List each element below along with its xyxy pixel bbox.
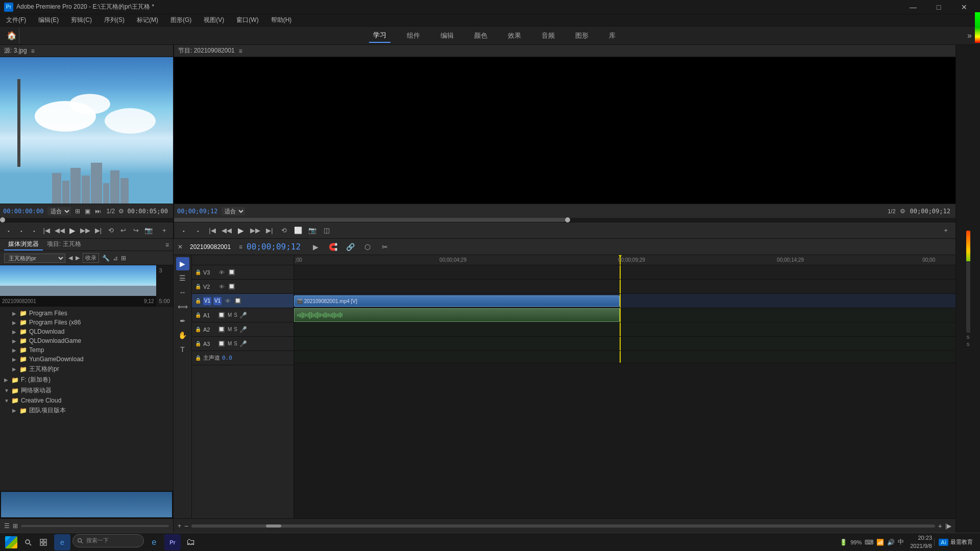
- workspace-tab-5[interactable]: 音频: [537, 29, 559, 42]
- workspace-more-button[interactable]: »: [963, 29, 976, 42]
- timeline-timecode[interactable]: 00;00;09;12: [247, 242, 301, 252]
- nav-back-btn[interactable]: ◀: [68, 255, 72, 261]
- source-step-back-btn[interactable]: ◀◀: [55, 225, 65, 236]
- menu-item-G[interactable]: 图形(G): [168, 15, 193, 26]
- track-lock-a1[interactable]: 🔒: [195, 312, 201, 318]
- tree-item-8[interactable]: ▼📁网络驱动器: [0, 385, 173, 396]
- workspace-tab-4[interactable]: 效果: [504, 29, 525, 42]
- workspace-tab-7[interactable]: 库: [605, 29, 620, 42]
- timeline-zoom-bar[interactable]: [191, 524, 935, 528]
- media-menu-icon[interactable]: ≡: [165, 241, 169, 248]
- source-fit-select[interactable]: 适合: [47, 207, 71, 215]
- track-row-a1[interactable]: [294, 308, 955, 322]
- maximize-button[interactable]: □: [927, 0, 950, 14]
- menu-item-V[interactable]: 视图(V): [202, 15, 226, 26]
- menu-item-H[interactable]: 帮助(H): [269, 15, 294, 26]
- close-button[interactable]: ✕: [952, 0, 976, 14]
- prog-prev-edit-btn[interactable]: |◀: [207, 225, 218, 236]
- track-row-master[interactable]: [294, 351, 955, 363]
- program-monitor-menu-icon[interactable]: ≡: [239, 47, 242, 55]
- source-step-fwd-btn[interactable]: ▶▶: [80, 225, 90, 236]
- timeline-tool-selection[interactable]: ▶: [309, 240, 322, 254]
- list-view-btn[interactable]: ☰: [4, 522, 10, 530]
- timeline-zoom-thumb[interactable]: [266, 524, 281, 528]
- taskbar-ie-icon[interactable]: e: [54, 534, 70, 550]
- tree-item-5[interactable]: ▶📁YunGameDownload: [0, 355, 173, 364]
- source-monitor-menu-icon[interactable]: ≡: [31, 47, 35, 55]
- clip-v1[interactable]: 🎬 202109082001.mp4 [V]: [294, 295, 620, 307]
- timeline-zoom-out-btn[interactable]: −: [184, 522, 188, 530]
- prog-compare-btn[interactable]: ◫: [321, 225, 332, 236]
- track-row-v2[interactable]: [294, 280, 955, 294]
- menu-item-S[interactable]: 序列(S): [102, 15, 127, 26]
- zoom-slider[interactable]: [21, 525, 169, 527]
- clip-a1[interactable]: [294, 308, 620, 322]
- track-target-v1[interactable]: V1: [213, 297, 222, 305]
- track-eye-a2[interactable]: 🔲: [217, 325, 226, 334]
- track-mic-a2[interactable]: 🎤: [239, 326, 247, 333]
- source-overwrite-btn[interactable]: ↪: [131, 225, 141, 236]
- prog-step-back-btn[interactable]: ◀◀: [221, 225, 232, 236]
- track-m-a3[interactable]: M: [228, 341, 232, 346]
- source-next-edit-btn[interactable]: ▶|: [93, 225, 103, 236]
- source-timecode[interactable]: 00:00:00:00: [3, 208, 43, 215]
- record-btn[interactable]: 收录: [83, 253, 99, 263]
- program-timecode[interactable]: 00;00;09;12: [177, 208, 217, 215]
- tray-lang[interactable]: 中: [898, 538, 904, 546]
- timeline-tool-markers[interactable]: ⬡: [361, 240, 374, 254]
- track-s-a3[interactable]: S: [234, 341, 237, 346]
- track-lock-a3[interactable]: 🔒: [195, 341, 201, 346]
- workspace-tab-0[interactable]: 学习: [369, 29, 390, 43]
- tree-item-4[interactable]: ▶📁Temp: [0, 345, 173, 355]
- source-mark-in-btn[interactable]: ⬩: [4, 225, 14, 236]
- task-view-button[interactable]: [37, 536, 50, 549]
- track-lock-v2[interactable]: 🔒: [195, 284, 201, 289]
- menu-item-E[interactable]: 编辑(E): [36, 15, 61, 26]
- source-settings-btn[interactable]: ⚙: [117, 206, 125, 216]
- track-mic-a3[interactable]: 🎤: [239, 340, 247, 347]
- workspace-tab-1[interactable]: 组件: [403, 29, 424, 42]
- source-ctrl-btn3[interactable]: ⏭: [94, 206, 102, 216]
- tree-item-3[interactable]: ▶📁QLDownloadGame: [0, 336, 173, 345]
- workspace-tab-2[interactable]: 编辑: [436, 29, 458, 42]
- timeline-close-btn[interactable]: ✕: [178, 243, 183, 251]
- track-lock-v3[interactable]: 🔒: [195, 269, 201, 275]
- nav-fwd-btn[interactable]: ▶: [76, 255, 80, 261]
- track-active-v1[interactable]: V1: [203, 297, 211, 305]
- source-ctrl-btn2[interactable]: ▣: [84, 206, 92, 216]
- source-prev-edit-btn[interactable]: |◀: [42, 225, 52, 236]
- tray-battery-icon[interactable]: 🔋: [840, 539, 847, 546]
- program-timeline-bar[interactable]: [174, 218, 955, 222]
- track-row-v3[interactable]: [294, 265, 955, 280]
- tree-item-7[interactable]: ▶📁F: (新加卷): [0, 374, 173, 385]
- source-add-btn[interactable]: +: [159, 225, 169, 236]
- track-m-a1[interactable]: M: [228, 312, 232, 318]
- source-mark-out-btn[interactable]: ⬩: [17, 225, 27, 236]
- view-icon[interactable]: ⊞: [121, 255, 126, 262]
- prog-mark-in-btn[interactable]: ⬩: [178, 225, 189, 236]
- tool-hand-btn[interactable]: ✋: [176, 329, 189, 342]
- source-export-frame-btn[interactable]: 📷: [144, 225, 154, 236]
- track-master-value[interactable]: 0.0: [222, 355, 232, 361]
- workspace-tab-3[interactable]: 颜色: [470, 29, 492, 42]
- source-ctrl-btn[interactable]: ⊞: [73, 206, 81, 216]
- taskbar-premiere-icon[interactable]: Pr: [164, 534, 181, 550]
- track-row-v1[interactable]: 🎬 202109082001.mp4 [V]: [294, 294, 955, 308]
- tool-ripple-btn[interactable]: ↔: [176, 286, 189, 299]
- timeline-tool-snap[interactable]: 🧲: [326, 240, 339, 254]
- start-button[interactable]: [3, 534, 19, 550]
- timeline-tab-menu[interactable]: ≡: [239, 243, 242, 251]
- track-row-a2[interactable]: [294, 322, 955, 337]
- tree-item-1[interactable]: ▶📁Program Files (x86: [0, 318, 173, 327]
- tool-slip-btn[interactable]: ⟺: [176, 300, 189, 313]
- track-m-a2[interactable]: M: [228, 327, 232, 332]
- taskbar-clock[interactable]: 20:23 2021/9/8: [910, 534, 932, 550]
- track-eye-a1[interactable]: 🔲: [217, 311, 226, 319]
- tree-item-2[interactable]: ▶📁QLDownload: [0, 327, 173, 336]
- source-timeline-bar[interactable]: [0, 218, 173, 222]
- track-speaker-v3[interactable]: 🔲: [228, 268, 236, 277]
- tree-item-6[interactable]: ▶📁王芃格的pr: [0, 364, 173, 374]
- track-mic-a1[interactable]: 🎤: [239, 312, 247, 319]
- timeline-go-end-btn[interactable]: |▶: [945, 522, 951, 530]
- source-insert-btn[interactable]: ↩: [118, 225, 128, 236]
